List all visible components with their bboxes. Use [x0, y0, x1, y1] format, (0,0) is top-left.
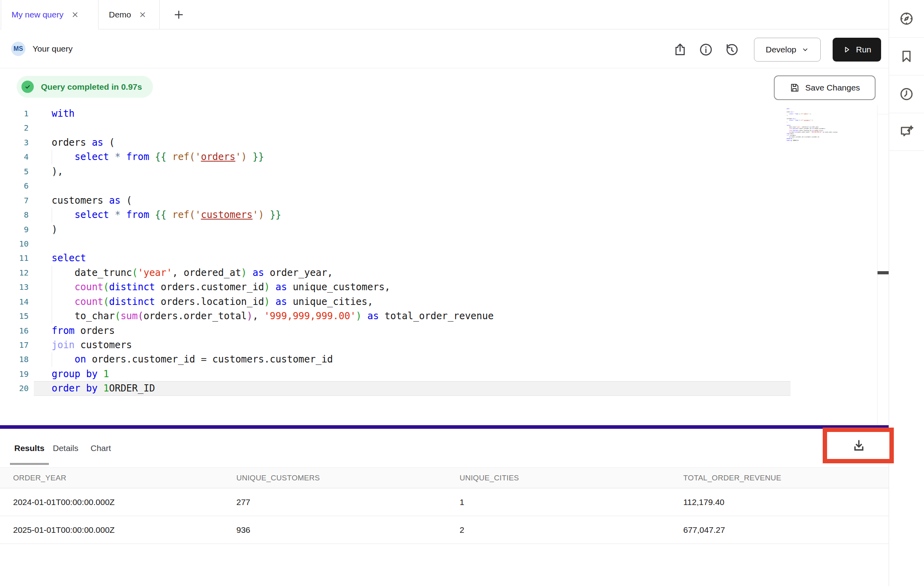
code-line[interactable]: date_trunc('year', ordered_at) as order_… [34, 266, 791, 280]
code-token: group by [787, 138, 792, 139]
tab-details[interactable]: Details [53, 429, 78, 467]
code-token: ) [241, 151, 247, 162]
sidebar-item-bookmark[interactable] [889, 38, 924, 75]
code-token: ' [253, 209, 258, 220]
minimap[interactable]: withorders as (select * from {{ ref('ord… [785, 108, 849, 145]
code-token: order by [52, 383, 98, 394]
tab-chart[interactable]: Chart [91, 429, 111, 467]
code-token [98, 383, 103, 394]
code-token: ( [120, 195, 132, 206]
code-token: ) [241, 267, 247, 278]
share-button[interactable] [673, 42, 688, 57]
line-number: 6 [0, 179, 29, 193]
play-icon [843, 45, 851, 54]
column-header: UNIQUE_CUSTOMERS [236, 474, 460, 482]
new-tab-button[interactable] [166, 0, 191, 29]
code-line[interactable]: orders as ( [34, 135, 791, 150]
code-line[interactable]: from orders [34, 324, 791, 338]
code-line[interactable]: on orders.customer_id = customers.custom… [34, 352, 791, 366]
table-cell: 277 [236, 497, 460, 507]
code-token: ) [258, 209, 264, 220]
code-line[interactable]: order by 1ORDER_ID [785, 140, 849, 141]
code-token: 'year' [138, 267, 172, 278]
code-token: ( [132, 267, 137, 278]
tab-demo[interactable]: Demo [99, 0, 160, 29]
tab-results[interactable]: Results [14, 429, 44, 467]
save-changes-button[interactable]: Save Changes [774, 75, 876, 100]
code-token: sum [120, 310, 137, 322]
info-button[interactable] [698, 42, 713, 57]
code-line[interactable]: with [34, 106, 791, 121]
sql-editor[interactable]: 1234567891011121314151617181920 withorde… [0, 105, 889, 425]
save-label: Save Changes [805, 83, 860, 93]
tab-my-new-query[interactable]: My new query [1, 0, 99, 29]
code-line[interactable]: to_char(sum(orders.order_total), '999,99… [34, 309, 791, 323]
line-number: 3 [0, 135, 29, 150]
code-token: from [795, 120, 798, 121]
code-token: count [75, 281, 103, 293]
code-line[interactable]: customers as ( [34, 193, 791, 208]
code-line[interactable]: group by 1 [34, 367, 791, 381]
code-line[interactable]: select * from {{ ref('customers') }} [34, 208, 791, 222]
sidebar-item-clock[interactable] [889, 75, 924, 113]
download-results-button[interactable] [850, 437, 868, 454]
sidebar-item-compass[interactable] [889, 0, 924, 38]
table-header-row: ORDER_YEARUNIQUE_CUSTOMERSUNIQUE_CITIEST… [0, 468, 889, 488]
code-line[interactable]: join customers [34, 338, 791, 352]
code-line[interactable] [34, 237, 791, 251]
code-token: ORDER_ID [793, 140, 798, 141]
code-token: ( [793, 112, 794, 113]
code-token: {{ [155, 209, 166, 220]
tab-bar-border [0, 29, 889, 29]
table-body: 2024-01-01T00:00:00.000Z2771112,179.4020… [0, 488, 889, 544]
history-button[interactable] [724, 42, 739, 57]
code-token: , ordered_at [172, 267, 241, 278]
code-token: '999,999,999.00' [264, 310, 356, 322]
code-token: select [789, 113, 793, 114]
close-icon[interactable] [71, 10, 79, 19]
code-token [149, 151, 155, 162]
code-lines[interactable]: withorders as (select * from {{ ref('ord… [34, 106, 791, 396]
code-line[interactable]: count(distinct orders.location_id) as un… [34, 295, 791, 309]
code-token: customers [75, 339, 132, 351]
plus-icon [173, 9, 185, 21]
code-line[interactable]: order by 1ORDER_ID [34, 381, 791, 395]
active-tab-underline [10, 463, 49, 465]
table-cell: 2025-01-01T00:00:00.000Z [13, 525, 236, 535]
editor-scrollbar-track[interactable] [877, 105, 889, 425]
code-line[interactable]: ), [34, 164, 791, 179]
code-line[interactable]: select [34, 251, 791, 265]
code-token: date_trunc [789, 127, 796, 128]
code-token: orders.customer_id [155, 281, 264, 293]
line-number: 9 [0, 222, 29, 237]
panel-resize-divider[interactable] [0, 425, 889, 429]
code-token: }} [270, 209, 281, 220]
code-token: distinct [793, 128, 798, 129]
run-label: Run [856, 45, 872, 54]
code-token: }} [253, 151, 264, 162]
table-row: 2024-01-01T00:00:00.000Z2771112,179.40 [0, 488, 889, 516]
develop-dropdown[interactable]: Develop [754, 38, 821, 62]
scrollbar-handle[interactable] [878, 271, 889, 274]
code-token: as [253, 267, 264, 278]
bookmark-icon [899, 49, 914, 64]
code-token: ' [195, 151, 201, 162]
line-number: 4 [0, 150, 29, 164]
code-line[interactable] [34, 121, 791, 135]
table-cell: 2024-01-01T00:00:00.000Z [13, 497, 236, 507]
code-token: ( [103, 281, 109, 293]
code-line[interactable]: select * from {{ ref('orders') }} [34, 150, 791, 164]
download-icon [852, 438, 866, 453]
code-line[interactable] [34, 179, 791, 193]
code-token: ) [264, 281, 270, 293]
sidebar-item-ai-chat[interactable] [889, 113, 924, 151]
code-line[interactable]: ) [34, 222, 791, 237]
code-line[interactable]: count(distinct orders.customer_id) as un… [34, 280, 791, 294]
code-token: select [52, 253, 86, 264]
run-button[interactable]: Run [833, 38, 881, 62]
code-token: orders.order_total [797, 131, 809, 133]
code-token: unique_cities, [814, 130, 823, 131]
code-token: 'year' [796, 127, 800, 128]
code-token: distinct [109, 296, 155, 307]
close-icon[interactable] [138, 10, 147, 19]
